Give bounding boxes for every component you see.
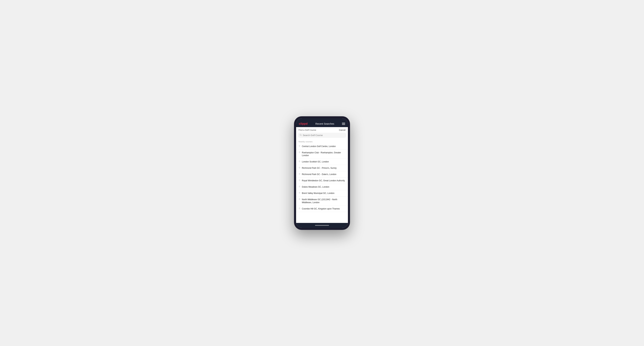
svg-line-1: [301, 135, 301, 136]
course-list-item[interactable]: Richmond Park GC - Duke's, London: [296, 171, 348, 178]
course-list-item[interactable]: Brent Valley Municipal GC, London: [296, 190, 348, 196]
cancel-button[interactable]: Cancel: [339, 129, 346, 131]
phone-screen: clippd Recent Searches Find a Golf Cours…: [296, 118, 348, 228]
pin-icon: [298, 173, 300, 176]
svg-point-10: [299, 199, 300, 199]
course-list-item[interactable]: Central London Golf Centre, London: [296, 143, 348, 150]
search-icon: [300, 134, 302, 137]
search-box: [298, 133, 346, 138]
course-name: Richmond Park GC - Prince's, Surrey: [302, 167, 336, 170]
svg-point-6: [299, 173, 300, 174]
course-name: Coombe Hill GC, Kingston upon Thames: [302, 207, 340, 210]
svg-point-5: [299, 167, 300, 168]
course-name: Richmond Park GC - Duke's, London: [302, 173, 336, 176]
home-indicator: [296, 223, 348, 228]
course-list-item[interactable]: Royal Wimbledon GC, Great London Authori…: [296, 178, 348, 184]
svg-point-2: [299, 146, 300, 146]
menu-icon[interactable]: [342, 123, 345, 125]
course-name: Central London Golf Centre, London: [302, 145, 336, 148]
pin-icon: [298, 192, 300, 195]
course-list-item[interactable]: Dukes Meadows GC, London: [296, 184, 348, 190]
svg-point-4: [299, 161, 300, 161]
search-wrapper: [296, 133, 348, 140]
app-logo: clippd: [299, 122, 308, 125]
course-list-item[interactable]: Richmond Park GC - Prince's, Surrey: [296, 165, 348, 171]
course-list-item[interactable]: Coombe Hill GC, Kingston upon Thames: [296, 206, 348, 212]
course-list-item[interactable]: Roehampton Club - Roehampton, Greater Lo…: [296, 150, 348, 159]
course-name: Roehampton Club - Roehampton, Greater Lo…: [302, 151, 346, 157]
nav-bar: clippd Recent Searches: [296, 121, 348, 127]
home-bar: [315, 225, 329, 226]
svg-point-11: [299, 208, 300, 208]
pin-icon: [298, 145, 300, 148]
course-list: Central London Golf Centre, LondonRoeham…: [296, 143, 348, 212]
pin-icon: [298, 179, 300, 182]
course-list-item[interactable]: North Middlesex GC (1011942 - North Midd…: [296, 196, 348, 206]
course-name: North Middlesex GC (1011942 - North Midd…: [302, 198, 346, 204]
pin-icon: [298, 152, 300, 154]
pin-icon: [298, 186, 300, 188]
course-name: Dukes Meadows GC, London: [302, 185, 329, 188]
course-name: Brent Valley Municipal GC, London: [302, 192, 334, 195]
content-area: Find a Golf Course Cancel Nearby courses: [296, 127, 348, 223]
find-label: Find a Golf Course: [298, 129, 316, 131]
course-name: London Scottish GC, London: [302, 160, 329, 163]
phone-shell: clippd Recent Searches Find a Golf Cours…: [294, 116, 350, 230]
svg-point-9: [299, 192, 300, 193]
svg-point-7: [299, 180, 300, 180]
svg-point-8: [299, 186, 300, 186]
status-bar: [296, 118, 348, 121]
pin-icon: [298, 167, 300, 170]
course-list-item[interactable]: London Scottish GC, London: [296, 159, 348, 165]
pin-icon: [298, 207, 300, 210]
nav-title: Recent Searches: [315, 122, 334, 125]
pin-icon: [298, 198, 300, 201]
nearby-section-label: Nearby courses: [296, 140, 348, 143]
find-header: Find a Golf Course Cancel: [296, 127, 348, 133]
course-name: Royal Wimbledon GC, Great London Authori…: [302, 179, 345, 182]
svg-point-3: [299, 152, 300, 152]
pin-icon: [298, 161, 300, 163]
search-input[interactable]: [303, 134, 344, 137]
